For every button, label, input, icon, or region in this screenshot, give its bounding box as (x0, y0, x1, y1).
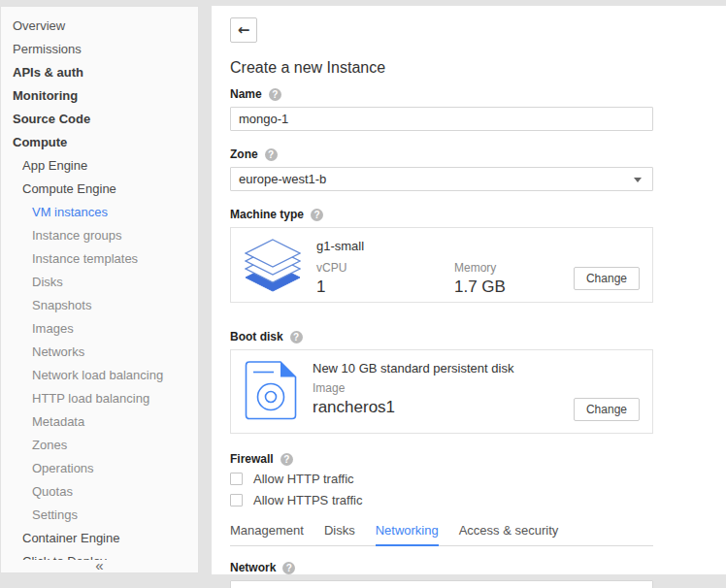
machine-type-label-row: Machine type ? (230, 208, 726, 221)
back-arrow-icon: ← (238, 21, 250, 39)
memory-spec: Memory 1.7 GB (454, 261, 506, 297)
sidebar-item-metadata[interactable]: Metadata (1, 410, 198, 434)
memory-label: Memory (454, 261, 506, 275)
sidebar-item-networks[interactable]: Networks (1, 341, 198, 364)
vcpu-value: 1 (316, 278, 454, 297)
tab-disks[interactable]: Disks (324, 523, 355, 546)
sidebar-item-container-engine[interactable]: Container Engine (1, 527, 198, 550)
firewall-label: Firewall (230, 452, 274, 466)
sidebar-collapse-button[interactable]: « (1, 560, 198, 573)
page-title: Create a new Instance (230, 59, 726, 77)
sidebar-item-settings[interactable]: Settings (1, 504, 198, 527)
sidebar-item-quotas[interactable]: Quotas (1, 480, 198, 504)
sidebar-nav: Overview Permissions APIs & auth Monitor… (0, 6, 199, 573)
help-icon[interactable]: ? (282, 562, 295, 574)
machine-type-change-button[interactable]: Change (574, 267, 640, 290)
help-icon[interactable]: ? (280, 453, 293, 466)
machine-type-label: Machine type (230, 208, 304, 221)
tab-networking[interactable]: Networking (376, 523, 439, 546)
allow-http-option[interactable]: Allow HTTP traffic (230, 472, 726, 486)
sidebar-item-snapshots[interactable]: Snapshots (1, 294, 198, 317)
zone-label-row: Zone ? (230, 147, 726, 161)
vcpu-label: vCPU (316, 261, 454, 275)
boot-disk-description: New 10 GB standard persistent disk (313, 361, 640, 376)
help-icon[interactable]: ? (265, 148, 278, 161)
allow-http-label: Allow HTTP traffic (253, 472, 354, 486)
memory-value: 1.7 GB (454, 278, 506, 297)
back-button[interactable]: ← (230, 17, 257, 43)
machine-type-card: g1-small vCPU 1 Memory 1.7 GB Change (230, 227, 653, 303)
sidebar-item-instance-templates[interactable]: Instance templates (1, 247, 198, 271)
sidebar-item-compute-engine[interactable]: Compute Engine (1, 178, 198, 201)
sidebar-item-overview[interactable]: Overview (1, 15, 198, 38)
allow-https-checkbox[interactable] (230, 494, 243, 506)
sidebar-item-operations[interactable]: Operations (1, 457, 198, 480)
sidebar-item-apis-auth[interactable]: APIs & auth (1, 61, 198, 84)
sidebar-item-http-load-balancing[interactable]: HTTP load balancing (1, 387, 198, 410)
settings-tab-bar: Management Disks Networking Access & sec… (230, 523, 653, 546)
name-label: Name (230, 87, 262, 101)
sidebar-item-zones[interactable]: Zones (1, 434, 198, 457)
machine-type-stack-icon (245, 239, 301, 290)
help-icon[interactable]: ? (311, 209, 323, 221)
create-instance-panel: ← Create a new Instance Name ? Zone ? eu… (212, 6, 726, 574)
collapse-icon: « (95, 557, 103, 573)
chevron-down-icon (634, 178, 642, 182)
boot-disk-card: New 10 GB standard persistent disk Image… (230, 349, 653, 434)
sidebar-item-source-code[interactable]: Source Code (1, 108, 198, 131)
boot-disk-change-button[interactable]: Change (574, 398, 640, 421)
help-icon[interactable]: ? (269, 88, 281, 101)
firewall-options: Allow HTTP traffic Allow HTTPS traffic (230, 472, 726, 507)
network-select[interactable]: rancheros (230, 580, 653, 588)
allow-http-checkbox[interactable] (230, 473, 243, 485)
sidebar-item-disks[interactable]: Disks (1, 271, 198, 294)
app-window: Overview Permissions APIs & auth Monitor… (0, 0, 726, 588)
boot-disk-label-row: Boot disk ? (230, 330, 726, 343)
allow-https-label: Allow HTTPS traffic (253, 493, 362, 507)
network-label-row: Network ? (230, 561, 726, 574)
sidebar-item-network-load-balancing[interactable]: Network load balancing (1, 364, 198, 387)
sidebar-item-images[interactable]: Images (1, 317, 198, 341)
firewall-label-row: Firewall ? (230, 452, 726, 466)
allow-https-option[interactable]: Allow HTTPS traffic (230, 493, 726, 507)
sidebar-item-app-engine[interactable]: App Engine (1, 154, 198, 178)
sidebar-item-monitoring[interactable]: Monitoring (1, 84, 198, 108)
sidebar-item-instance-groups[interactable]: Instance groups (1, 224, 198, 247)
zone-label: Zone (230, 147, 258, 161)
image-label: Image (313, 381, 640, 395)
tab-access-security[interactable]: Access & security (459, 523, 559, 546)
help-icon[interactable]: ? (290, 331, 303, 343)
sidebar-item-permissions[interactable]: Permissions (1, 38, 198, 61)
tab-management[interactable]: Management (230, 523, 304, 546)
boot-disk-label: Boot disk (230, 330, 283, 343)
machine-type-name: g1-small (316, 239, 640, 253)
network-label: Network (230, 561, 276, 574)
name-input[interactable] (230, 107, 653, 131)
vcpu-spec: vCPU 1 (316, 261, 454, 297)
zone-select[interactable]: europe-west1-b (230, 167, 653, 191)
sidebar-item-vm-instances[interactable]: VM instances (1, 201, 198, 224)
network-selected-value: rancheros (231, 581, 652, 588)
boot-disk-icon (245, 361, 297, 421)
name-label-row: Name ? (230, 87, 726, 101)
sidebar-item-compute[interactable]: Compute (1, 131, 198, 154)
zone-selected-value: europe-west1-b (231, 168, 652, 190)
